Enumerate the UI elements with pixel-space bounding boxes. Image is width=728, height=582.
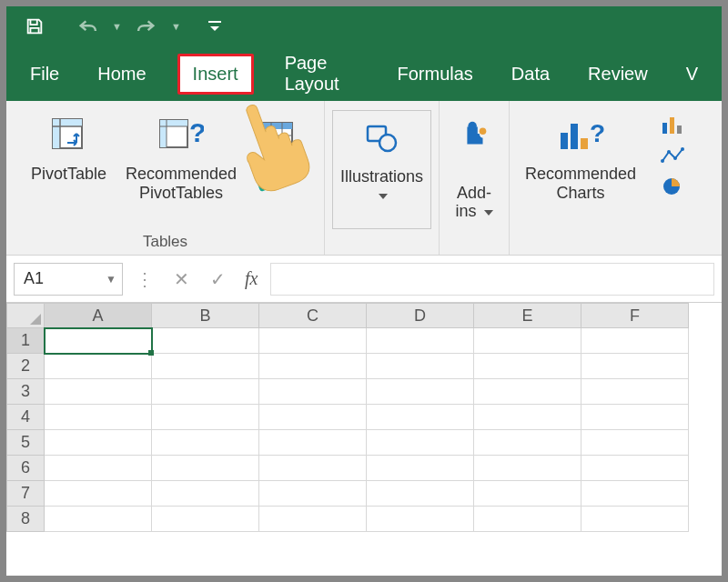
cell[interactable] [367,430,474,456]
tab-file[interactable]: File [23,58,66,90]
cell[interactable] [474,328,581,354]
cell[interactable] [367,328,474,354]
ribbon-group-charts: ? Recommended Charts [510,101,652,255]
cell[interactable] [474,456,581,481]
cell[interactable] [152,405,259,430]
svg-text:?: ? [590,119,604,147]
column-header[interactable]: C [259,303,367,328]
cell[interactable] [581,456,689,481]
tab-insert[interactable]: Insert [177,54,254,95]
cell[interactable] [367,405,474,430]
recommended-charts-label: Recommended Charts [525,165,636,202]
cell[interactable] [259,430,367,456]
cell[interactable] [474,379,581,405]
line-chart-icon[interactable] [661,146,684,168]
cell[interactable] [259,328,367,354]
cell[interactable] [474,430,581,456]
cell[interactable] [367,456,474,481]
save-icon[interactable] [21,13,48,40]
column-header[interactable]: E [474,303,581,328]
cell[interactable] [259,456,367,481]
cell[interactable] [45,354,152,379]
cell[interactable] [152,481,259,507]
recommended-charts-button[interactable]: ? Recommended Charts [517,110,644,229]
cell[interactable] [581,379,689,405]
row-header[interactable]: 1 [6,328,45,354]
cell[interactable] [367,507,474,532]
row-header[interactable]: 4 [6,405,45,430]
cell[interactable] [581,328,689,354]
row-header[interactable]: 3 [6,379,45,405]
pivottable-button[interactable]: PivotTable [25,110,112,229]
column-header[interactable]: F [581,303,689,328]
insert-function-icon[interactable]: fx [239,268,263,289]
cell[interactable] [367,354,474,379]
row-header[interactable]: 6 [6,456,45,481]
cell[interactable] [581,354,689,379]
recommended-pivottables-button[interactable]: ? Recommended PivotTables [117,110,245,229]
cell[interactable] [45,328,152,354]
pivottable-label: PivotTable [31,165,106,184]
table-button[interactable]: Table [250,110,305,229]
cell[interactable] [259,481,367,507]
cell[interactable] [152,379,259,405]
cell[interactable] [259,354,367,379]
cell[interactable] [259,507,367,532]
illustrations-button[interactable]: Illustrations [332,110,431,229]
cell[interactable] [45,405,152,430]
cell[interactable] [581,481,689,507]
row-header[interactable]: 2 [6,354,45,379]
column-chart-icon[interactable] [661,115,684,139]
row-header[interactable]: 5 [6,430,45,456]
cell[interactable] [152,507,259,532]
ribbon-tabs: File Home Insert Page Layout Formulas Da… [6,46,722,101]
tab-formulas[interactable]: Formulas [389,58,480,90]
cell[interactable] [45,379,152,405]
cell[interactable] [45,507,152,532]
cell[interactable] [152,456,259,481]
tab-home[interactable]: Home [90,58,153,90]
tab-review[interactable]: Review [581,58,655,90]
cell[interactable] [474,481,581,507]
svg-point-22 [480,127,487,135]
cell[interactable] [152,430,259,456]
cell[interactable] [152,354,259,379]
row-header[interactable]: 7 [6,481,45,507]
quick-access-toolbar: ▼ ▼ [6,6,722,46]
addins-label: Add- ins [456,165,493,221]
undo-dropdown-icon[interactable]: ▼ [112,21,122,32]
pie-chart-icon[interactable] [661,176,684,201]
formula-input[interactable] [270,263,714,296]
enter-formula-icon[interactable]: ✓ [203,263,232,296]
cell[interactable] [45,481,152,507]
tab-data[interactable]: Data [504,58,557,90]
cell[interactable] [474,507,581,532]
customize-qat-icon[interactable] [205,15,225,37]
addins-button[interactable]: Add- ins [447,110,501,229]
cell[interactable] [259,405,367,430]
row-header[interactable]: 8 [6,507,45,532]
formula-options-icon[interactable]: ⋮ [130,263,159,296]
column-header[interactable]: A [45,303,152,328]
cell[interactable] [581,430,689,456]
redo-icon[interactable] [131,14,162,39]
cell[interactable] [152,328,259,354]
cell[interactable] [367,379,474,405]
cell[interactable] [259,379,367,405]
cell[interactable] [581,405,689,430]
namebox[interactable]: A1 ▼ [14,263,123,296]
cell[interactable] [474,354,581,379]
cell[interactable] [367,481,474,507]
undo-icon[interactable] [72,14,103,39]
select-all-corner[interactable] [6,303,45,328]
cell[interactable] [45,430,152,456]
column-header[interactable]: B [152,303,259,328]
tab-page-layout[interactable]: Page Layout [278,47,367,100]
cell[interactable] [474,405,581,430]
cell[interactable] [45,456,152,481]
tab-view-truncated[interactable]: V [679,58,705,90]
column-header[interactable]: D [367,303,474,328]
cancel-formula-icon[interactable]: ✕ [167,263,196,296]
cell[interactable] [581,507,689,532]
redo-dropdown-icon[interactable]: ▼ [171,21,181,32]
